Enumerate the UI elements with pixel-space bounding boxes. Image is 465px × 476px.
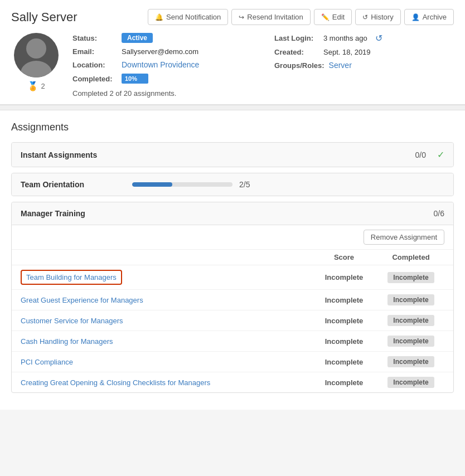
row-name-col: PCI Compliance: [21, 357, 311, 366]
instant-assignments-title: Instant Assignments: [21, 150, 132, 159]
avatar-area: 🏅 2: [11, 33, 61, 91]
row-completed-0: Incomplete: [377, 272, 444, 283]
table-row: Customer Service for Managers Incomplete…: [12, 310, 453, 331]
resend-invitation-button[interactable]: ↪ Resend Invitation: [231, 9, 310, 25]
row-score-5: Incomplete: [311, 378, 377, 387]
row-score-2: Incomplete: [311, 317, 377, 325]
profile-name: Sally Server: [11, 10, 78, 25]
resend-icon: ↪: [239, 13, 244, 21]
instant-progress-area: 0/0 ✓: [132, 149, 444, 160]
completed-badge-5: Incomplete: [388, 377, 434, 388]
location-row: Location: Downtown Providence: [72, 60, 252, 69]
completed-row: Completed: 10%: [72, 74, 252, 84]
last-login-value: 3 months ago: [323, 34, 367, 42]
team-orientation-progress-fill: [132, 182, 172, 187]
table-row: Cash Handling for Managers Incomplete In…: [12, 331, 453, 352]
created-label: Created:: [274, 48, 319, 56]
row-name-col: Customer Service for Managers: [21, 316, 311, 325]
course-link-2[interactable]: Customer Service for Managers: [21, 317, 123, 325]
course-link-4[interactable]: PCI Compliance: [21, 358, 73, 366]
row-score-1: Incomplete: [311, 296, 377, 304]
manager-training-title: Manager Training: [21, 209, 132, 218]
assignment-group-instant: Instant Assignments 0/0 ✓: [11, 142, 454, 167]
instant-assignments-header[interactable]: Instant Assignments 0/0 ✓: [12, 143, 453, 167]
avatar-silhouette-svg: [14, 33, 59, 77]
refresh-icon: ↺: [375, 33, 382, 43]
course-link-5[interactable]: Creating Great Opening & Closing Checkli…: [21, 378, 210, 387]
profile-header: Sally Server 🔔 Send Notification ↪ Resen…: [11, 9, 454, 25]
table-row: Team Building for Managers Incomplete In…: [12, 265, 453, 290]
row-name-col: Team Building for Managers: [21, 270, 311, 285]
row-name-col: Creating Great Opening & Closing Checkli…: [21, 378, 311, 387]
last-login-label: Last Login:: [274, 34, 319, 42]
assignments-title: Assignments: [11, 122, 454, 133]
row-score-3: Incomplete: [311, 337, 377, 346]
team-orientation-header[interactable]: Team Orientation 2/5: [12, 173, 453, 196]
section-divider: [0, 105, 465, 110]
status-badge: Active: [122, 33, 153, 43]
row-score-4: Incomplete: [311, 358, 377, 366]
assignment-group-manager-training: Manager Training 0/6 Remove Assignment S…: [11, 202, 454, 393]
course-link-0[interactable]: Team Building for Managers: [21, 270, 122, 285]
archive-icon: 👤: [411, 13, 420, 21]
status-row: Status: Active: [72, 33, 252, 43]
manager-training-header[interactable]: Manager Training 0/6: [12, 202, 453, 225]
completed-badge-1: Incomplete: [388, 294, 434, 305]
groups-roles-label: Groups/Roles:: [274, 61, 324, 70]
completed-badge-3: Incomplete: [388, 336, 434, 347]
table-header-row: Score Completed: [12, 250, 453, 265]
instant-check-icon: ✓: [437, 149, 444, 160]
assignment-group-team-orientation: Team Orientation 2/5: [11, 173, 454, 196]
instant-count: 0/0: [415, 150, 426, 159]
avatar: [14, 33, 59, 77]
table-row: Creating Great Opening & Closing Checkli…: [12, 372, 453, 392]
svg-point-1: [21, 61, 52, 77]
created-row: Created: Sept. 18, 2019: [274, 48, 454, 56]
progress-bar: 10%: [122, 74, 148, 84]
row-name-col: Great Guest Experience for Managers: [21, 295, 311, 304]
edit-icon: ✏️: [321, 13, 330, 21]
email-label: Email:: [72, 47, 117, 56]
completed-label: Completed:: [72, 75, 117, 83]
profile-section: Sally Server 🔔 Send Notification ↪ Resen…: [0, 0, 465, 105]
manager-training-table: Remove Assignment Score Completed Team B…: [12, 225, 453, 392]
badge-icon: 🏅: [27, 81, 38, 91]
row-completed-2: Incomplete: [377, 315, 444, 326]
history-button[interactable]: ↺ History: [355, 9, 400, 25]
edit-button[interactable]: ✏️ Edit: [314, 9, 352, 25]
groups-roles-row: Groups/Roles: Server: [274, 61, 454, 70]
team-orientation-progress-bar: [132, 182, 232, 187]
archive-button[interactable]: 👤 Archive: [404, 9, 454, 25]
history-icon: ↺: [362, 13, 368, 21]
info-grid: Status: Active Email: Sallyserver@demo.c…: [72, 33, 454, 84]
manager-training-progress-area: 0/6: [132, 209, 444, 218]
email-row: Email: Sallyserver@demo.com: [72, 47, 252, 56]
row-completed-3: Incomplete: [377, 336, 444, 347]
row-completed-5: Incomplete: [377, 377, 444, 388]
send-notification-button[interactable]: 🔔 Send Notification: [148, 9, 228, 25]
table-row: PCI Compliance Incomplete Incomplete: [12, 352, 453, 372]
team-orientation-progress-area: 2/5: [132, 180, 444, 189]
info-details: Status: Active Email: Sallyserver@demo.c…: [72, 33, 454, 98]
table-action-row: Remove Assignment: [12, 225, 453, 250]
created-value: Sept. 18, 2019: [323, 48, 371, 56]
location-link[interactable]: Downtown Providence: [122, 60, 199, 69]
info-col-right: Last Login: 3 months ago ↺ Created: Sept…: [274, 33, 454, 84]
row-completed-1: Incomplete: [377, 294, 444, 305]
course-link-3[interactable]: Cash Handling for Managers: [21, 337, 113, 346]
col-score-header: Score: [311, 253, 377, 261]
manager-training-count: 0/6: [434, 209, 444, 218]
row-score-0: Incomplete: [311, 273, 377, 281]
groups-roles-link[interactable]: Server: [329, 61, 352, 70]
course-link-1[interactable]: Great Guest Experience for Managers: [21, 296, 143, 304]
completed-badge-2: Incomplete: [388, 315, 434, 326]
badge-count-value: 2: [41, 82, 45, 90]
remove-assignment-button[interactable]: Remove Assignment: [364, 230, 444, 245]
profile-info: 🏅 2 Status: Active Email: Sallyserver@d: [11, 33, 454, 98]
last-login-row: Last Login: 3 months ago ↺: [274, 33, 454, 43]
completed-badge-0: Incomplete: [388, 272, 434, 283]
svg-point-0: [26, 38, 46, 59]
progress-bar-container: 10%: [122, 74, 148, 84]
assignments-section: Assignments Instant Assignments 0/0 ✓ Te…: [0, 110, 465, 410]
col-completed-header: Completed: [377, 253, 444, 261]
